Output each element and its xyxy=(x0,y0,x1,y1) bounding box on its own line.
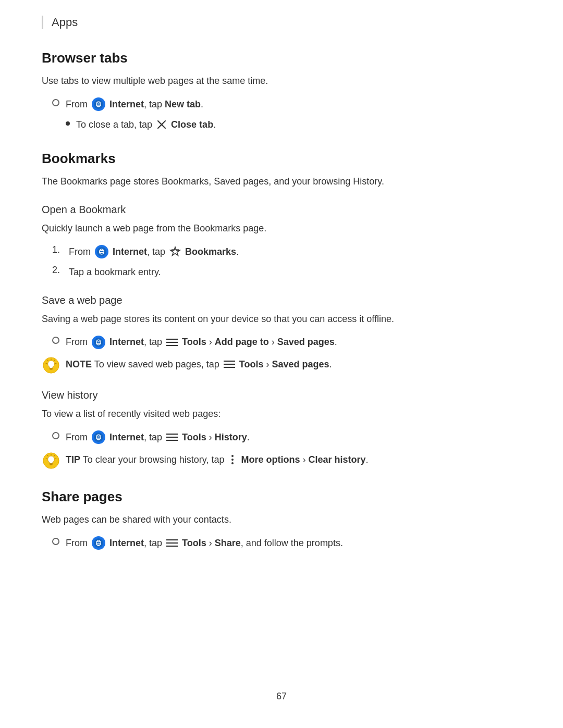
add-page-to-label: Add page to xyxy=(215,337,269,347)
tools-label-note: Tools xyxy=(239,359,264,369)
share-pages-text: From Internet, tap Tools › Share, and fo… xyxy=(66,536,343,551)
clear-history-label: Clear history xyxy=(309,454,366,465)
svg-point-5 xyxy=(94,338,103,347)
page-container: Apps Browser tabs Use tabs to view multi… xyxy=(0,0,563,597)
share-pages-section: Share pages Web pages can be shared with… xyxy=(42,489,521,551)
internet-label-share: Internet xyxy=(109,538,144,548)
svg-line-28 xyxy=(47,455,48,456)
open-bookmark-description: Quickly launch a web page from the Bookm… xyxy=(42,221,521,236)
bookmarks-star-icon xyxy=(169,246,181,257)
browser-tabs-step1: From Internet, tap New tab. xyxy=(42,97,521,112)
svg-point-35 xyxy=(94,538,103,548)
bullet-circle-share xyxy=(52,538,59,545)
bookmarks-description: The Bookmarks page stores Bookmarks, Sav… xyxy=(42,174,521,189)
view-history-step: From Internet, tap Tools › History. xyxy=(42,430,521,445)
svg-point-0 xyxy=(94,100,103,109)
svg-line-14 xyxy=(54,360,55,361)
save-web-page-subheader: Save a web page xyxy=(42,294,521,306)
view-history-subheader: View history xyxy=(42,389,521,401)
svg-point-34 xyxy=(231,462,234,464)
share-pages-step: From Internet, tap Tools › Share, and fo… xyxy=(42,536,521,551)
menu-lines-icon-save xyxy=(166,338,178,347)
svg-rect-26 xyxy=(50,464,52,465)
open-bookmark-subheader: Open a Bookmark xyxy=(42,204,521,216)
step-number-2: 2. xyxy=(52,265,65,276)
breadcrumb-text: Apps xyxy=(52,16,78,29)
share-label: Share xyxy=(215,538,241,548)
saved-pages-note-label: Saved pages xyxy=(272,359,329,369)
svg-point-33 xyxy=(231,459,234,461)
bullet-circle-save xyxy=(52,337,59,344)
open-bookmark-steps: 1. From Internet, tap Bookmarks. xyxy=(42,244,521,280)
note-save-text: NOTE To view saved web pages, tap Tools … xyxy=(66,357,332,372)
internet-app-icon xyxy=(92,97,105,111)
browser-tabs-description: Use tabs to view multiple web pages at t… xyxy=(42,73,521,89)
open-bookmark-step1: 1. From Internet, tap Bookmarks. xyxy=(52,244,521,260)
internet-label-save: Internet xyxy=(109,337,144,347)
history-label: History xyxy=(215,432,247,442)
share-pages-description: Web pages can be shared with your contac… xyxy=(42,512,521,527)
open-bookmark-step2-text: Tap a bookmark entry. xyxy=(69,265,161,280)
svg-rect-11 xyxy=(50,369,52,369)
browser-tabs-step1-text: From Internet, tap New tab. xyxy=(66,97,203,112)
menu-lines-icon-history xyxy=(166,433,178,441)
internet-icon-share xyxy=(92,536,105,550)
close-tab-text: To close a tab, tap Close tab. xyxy=(76,117,216,132)
close-tab-label: Close tab xyxy=(171,119,213,130)
menu-lines-icon-note xyxy=(224,360,235,368)
saved-pages-label: Saved pages xyxy=(277,337,335,347)
internet-icon-bookmarks1 xyxy=(95,245,108,258)
internet-label: Internet xyxy=(109,99,144,109)
internet-label-bm1: Internet xyxy=(113,246,147,257)
save-web-page-step: From Internet, tap Tools › Add page to ›… xyxy=(42,335,521,350)
browser-tabs-header: Browser tabs xyxy=(42,50,521,66)
bookmarks-label: Bookmarks xyxy=(185,246,236,257)
note-lightbulb-icon xyxy=(42,356,60,375)
note-save-pages: NOTE To view saved web pages, tap Tools … xyxy=(42,357,521,375)
bookmarks-section: Bookmarks The Bookmarks page stores Book… xyxy=(42,151,521,470)
svg-line-29 xyxy=(54,455,55,456)
svg-line-13 xyxy=(47,360,48,361)
tools-label-share: Tools xyxy=(182,538,206,548)
tip-history-text: TIP To clear your browsing history, tap … xyxy=(66,452,369,467)
more-options-label: More options xyxy=(241,454,300,465)
tip-label: TIP xyxy=(66,454,80,465)
svg-point-3 xyxy=(97,247,106,256)
close-tab-step: To close a tab, tap Close tab. xyxy=(42,117,521,132)
internet-icon-history xyxy=(92,430,105,444)
new-tab-label: New tab xyxy=(165,99,201,109)
view-history-description: To view a list of recently visited web p… xyxy=(42,406,521,422)
dot-bullet-icon xyxy=(66,121,70,126)
browser-tabs-section: Browser tabs Use tabs to view multiple w… xyxy=(42,50,521,132)
more-options-icon xyxy=(228,454,237,465)
internet-icon-save xyxy=(92,336,105,349)
bookmarks-header: Bookmarks xyxy=(42,151,521,167)
save-web-page-description: Saving a web page stores its content on … xyxy=(42,312,521,327)
bullet-circle-history xyxy=(52,432,59,439)
close-tab-item: To close a tab, tap Close tab. xyxy=(66,117,521,132)
close-tab-icon xyxy=(156,119,167,130)
save-web-page-text: From Internet, tap Tools › Add page to ›… xyxy=(66,335,337,350)
tools-label-history: Tools xyxy=(182,432,206,442)
open-bookmark-step2: 2. Tap a bookmark entry. xyxy=(52,265,521,280)
svg-rect-25 xyxy=(50,463,53,464)
note-label: NOTE xyxy=(66,359,92,369)
internet-label-history: Internet xyxy=(109,432,144,442)
tip-clear-history: TIP To clear your browsing history, tap … xyxy=(42,452,521,470)
svg-rect-10 xyxy=(50,368,53,369)
tip-lightbulb-icon xyxy=(42,451,60,470)
svg-point-32 xyxy=(231,455,234,457)
bullet-circle-icon xyxy=(52,99,59,106)
step-number-1: 1. xyxy=(52,244,65,255)
view-history-text: From Internet, tap Tools › History. xyxy=(66,430,250,445)
share-pages-header: Share pages xyxy=(42,489,521,505)
menu-lines-icon-share xyxy=(166,539,178,547)
breadcrumb: Apps xyxy=(42,16,521,29)
page-number: 67 xyxy=(0,691,563,702)
open-bookmark-step1-text: From Internet, tap Bookmarks. xyxy=(69,244,239,260)
tools-label-save: Tools xyxy=(182,337,206,347)
svg-point-20 xyxy=(94,433,103,442)
